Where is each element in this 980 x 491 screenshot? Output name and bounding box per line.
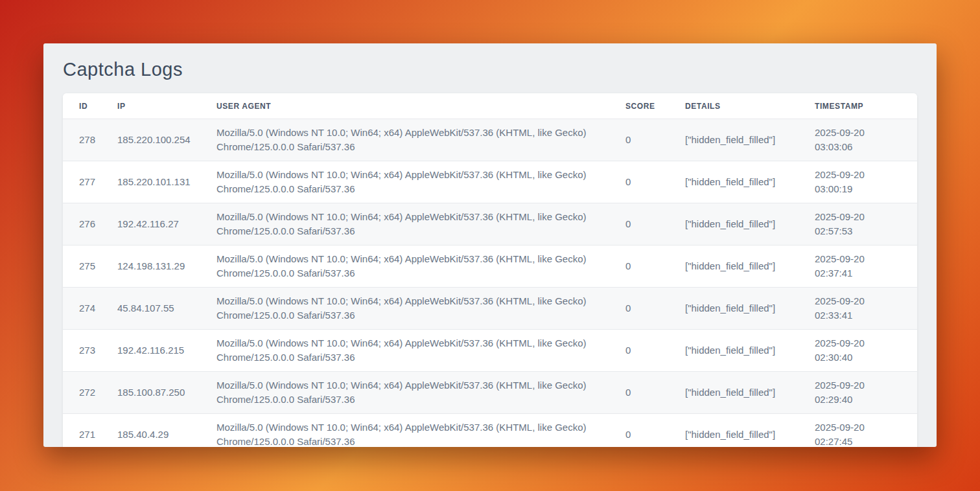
cell-details: ["hidden_field_filled"] <box>677 288 807 330</box>
cell-id: 275 <box>63 246 110 288</box>
cell-id: 271 <box>63 414 110 448</box>
cell-timestamp: 2025-09-20 02:57:53 <box>807 203 917 246</box>
cell-ip: 185.220.100.254 <box>110 119 209 161</box>
cell-score: 0 <box>618 372 677 414</box>
table-row: 277 185.220.101.131 Mozilla/5.0 (Windows… <box>63 161 917 203</box>
cell-details: ["hidden_field_filled"] <box>677 161 807 203</box>
cell-timestamp: 2025-09-20 02:29:40 <box>807 372 917 414</box>
column-header-ip: IP <box>110 93 209 119</box>
cell-score: 0 <box>618 203 677 246</box>
cell-ip: 185.100.87.250 <box>110 372 209 414</box>
cell-user-agent: Mozilla/5.0 (Windows NT 10.0; Win64; x64… <box>209 246 618 288</box>
cell-ip: 45.84.107.55 <box>110 288 209 330</box>
table-row: 272 185.100.87.250 Mozilla/5.0 (Windows … <box>63 372 917 414</box>
cell-score: 0 <box>618 161 677 203</box>
cell-user-agent: Mozilla/5.0 (Windows NT 10.0; Win64; x64… <box>209 288 618 330</box>
timestamp-text: 2025-09-20 02:33:41 <box>815 294 887 323</box>
cell-id: 276 <box>63 203 110 246</box>
table-row: 276 192.42.116.27 Mozilla/5.0 (Windows N… <box>63 203 917 246</box>
cell-user-agent: Mozilla/5.0 (Windows NT 10.0; Win64; x64… <box>209 203 618 246</box>
cell-id: 273 <box>63 330 110 372</box>
timestamp-text: 2025-09-20 02:37:41 <box>815 252 887 280</box>
cell-ip: 185.220.101.131 <box>110 161 209 203</box>
cell-timestamp: 2025-09-20 02:27:45 <box>807 414 917 448</box>
column-header-details: DETAILS <box>677 93 807 119</box>
cell-score: 0 <box>618 330 677 372</box>
cell-id: 278 <box>63 119 110 161</box>
cell-score: 0 <box>618 119 677 161</box>
cell-user-agent: Mozilla/5.0 (Windows NT 10.0; Win64; x64… <box>209 161 618 203</box>
timestamp-text: 2025-09-20 02:57:53 <box>815 210 887 238</box>
column-header-score: SCORE <box>618 93 677 119</box>
cell-score: 0 <box>618 414 677 448</box>
cell-user-agent: Mozilla/5.0 (Windows NT 10.0; Win64; x64… <box>209 372 618 414</box>
timestamp-text: 2025-09-20 02:30:40 <box>815 336 887 365</box>
timestamp-text: 2025-09-20 02:29:40 <box>815 378 887 407</box>
cell-timestamp: 2025-09-20 02:37:41 <box>807 246 917 288</box>
logs-table-container: ID IP USER AGENT SCORE DETAILS TIMESTAMP… <box>63 93 917 447</box>
table-row: 271 185.40.4.29 Mozilla/5.0 (Windows NT … <box>63 414 917 448</box>
captcha-logs-card: Captcha Logs ID IP USER AGENT SCORE DETA… <box>43 43 937 447</box>
table-row: 274 45.84.107.55 Mozilla/5.0 (Windows NT… <box>63 288 917 330</box>
cell-ip: 192.42.116.215 <box>110 330 209 372</box>
cell-details: ["hidden_field_filled"] <box>677 330 807 372</box>
column-header-user-agent: USER AGENT <box>209 93 618 119</box>
cell-timestamp: 2025-09-20 02:33:41 <box>807 288 917 330</box>
page-title: Captcha Logs <box>43 43 937 93</box>
timestamp-text: 2025-09-20 03:03:06 <box>815 126 887 154</box>
cell-timestamp: 2025-09-20 03:03:06 <box>807 119 917 161</box>
cell-score: 0 <box>618 288 677 330</box>
column-header-timestamp: TIMESTAMP <box>807 93 917 119</box>
cell-id: 272 <box>63 372 110 414</box>
cell-ip: 185.40.4.29 <box>110 414 209 448</box>
cell-details: ["hidden_field_filled"] <box>677 203 807 246</box>
cell-ip: 192.42.116.27 <box>110 203 209 246</box>
cell-user-agent: Mozilla/5.0 (Windows NT 10.0; Win64; x64… <box>209 119 618 161</box>
table-row: 273 192.42.116.215 Mozilla/5.0 (Windows … <box>63 330 917 372</box>
cell-user-agent: Mozilla/5.0 (Windows NT 10.0; Win64; x64… <box>209 414 618 448</box>
column-header-id: ID <box>63 93 110 119</box>
cell-details: ["hidden_field_filled"] <box>677 246 807 288</box>
cell-id: 277 <box>63 161 110 203</box>
logs-table: ID IP USER AGENT SCORE DETAILS TIMESTAMP… <box>63 93 917 447</box>
cell-score: 0 <box>618 246 677 288</box>
cell-id: 274 <box>63 288 110 330</box>
cell-ip: 124.198.131.29 <box>110 246 209 288</box>
cell-details: ["hidden_field_filled"] <box>677 414 807 448</box>
cell-details: ["hidden_field_filled"] <box>677 119 807 161</box>
table-header-row: ID IP USER AGENT SCORE DETAILS TIMESTAMP <box>63 93 917 119</box>
cell-timestamp: 2025-09-20 03:00:19 <box>807 161 917 203</box>
table-row: 275 124.198.131.29 Mozilla/5.0 (Windows … <box>63 246 917 288</box>
timestamp-text: 2025-09-20 03:00:19 <box>815 168 887 196</box>
cell-timestamp: 2025-09-20 02:30:40 <box>807 330 917 372</box>
cell-user-agent: Mozilla/5.0 (Windows NT 10.0; Win64; x64… <box>209 330 618 372</box>
timestamp-text: 2025-09-20 02:27:45 <box>815 420 887 447</box>
cell-details: ["hidden_field_filled"] <box>677 372 807 414</box>
table-row: 278 185.220.100.254 Mozilla/5.0 (Windows… <box>63 119 917 161</box>
